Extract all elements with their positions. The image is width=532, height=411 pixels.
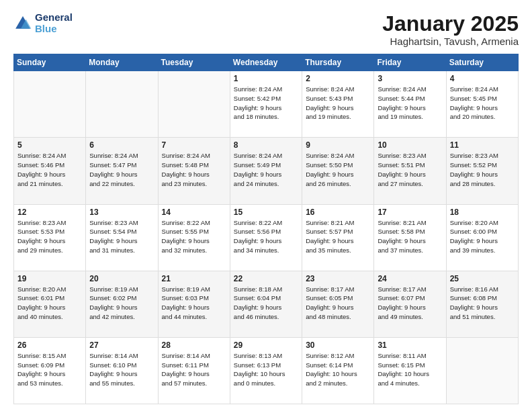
day-detail: Sunrise: 8:24 AM Sunset: 5:44 PM Dayligh… bbox=[378, 85, 442, 122]
day-detail: Sunrise: 8:24 AM Sunset: 5:48 PM Dayligh… bbox=[162, 151, 226, 188]
table-row: 15Sunrise: 8:22 AM Sunset: 5:56 PM Dayli… bbox=[230, 204, 302, 271]
day-detail: Sunrise: 8:24 AM Sunset: 5:50 PM Dayligh… bbox=[306, 151, 370, 188]
header-friday: Friday bbox=[374, 54, 446, 71]
day-number: 13 bbox=[89, 208, 154, 217]
day-number: 6 bbox=[89, 140, 154, 150]
day-number: 19 bbox=[17, 274, 82, 283]
day-detail: Sunrise: 8:22 AM Sunset: 5:55 PM Dayligh… bbox=[162, 218, 226, 255]
table-row: 8Sunrise: 8:24 AM Sunset: 5:49 PM Daylig… bbox=[230, 138, 302, 204]
table-row: 17Sunrise: 8:21 AM Sunset: 5:58 PM Dayli… bbox=[374, 204, 446, 271]
day-number: 2 bbox=[306, 74, 370, 83]
day-detail: Sunrise: 8:22 AM Sunset: 5:56 PM Dayligh… bbox=[234, 218, 298, 255]
table-row: 10Sunrise: 8:23 AM Sunset: 5:51 PM Dayli… bbox=[374, 138, 446, 204]
table-row: 23Sunrise: 8:17 AM Sunset: 6:05 PM Dayli… bbox=[302, 271, 374, 337]
table-row bbox=[14, 71, 86, 138]
day-detail: Sunrise: 8:24 AM Sunset: 5:47 PM Dayligh… bbox=[89, 151, 154, 188]
day-detail: Sunrise: 8:14 AM Sunset: 6:11 PM Dayligh… bbox=[162, 351, 226, 388]
day-detail: Sunrise: 8:24 AM Sunset: 5:43 PM Dayligh… bbox=[306, 85, 370, 122]
day-number: 29 bbox=[234, 340, 298, 350]
table-row: 25Sunrise: 8:16 AM Sunset: 6:08 PM Dayli… bbox=[446, 271, 518, 337]
day-detail: Sunrise: 8:20 AM Sunset: 6:01 PM Dayligh… bbox=[17, 285, 82, 322]
calendar-week-row: 5Sunrise: 8:24 AM Sunset: 5:46 PM Daylig… bbox=[14, 138, 519, 204]
day-number: 25 bbox=[450, 274, 515, 283]
table-row: 5Sunrise: 8:24 AM Sunset: 5:46 PM Daylig… bbox=[14, 138, 86, 204]
table-row: 6Sunrise: 8:24 AM Sunset: 5:47 PM Daylig… bbox=[86, 138, 158, 204]
day-detail: Sunrise: 8:18 AM Sunset: 6:04 PM Dayligh… bbox=[234, 285, 298, 322]
table-row: 11Sunrise: 8:23 AM Sunset: 5:52 PM Dayli… bbox=[446, 138, 518, 204]
header: General Blue January 2025 Haghartsin, Ta… bbox=[13, 12, 519, 47]
day-number: 22 bbox=[234, 274, 298, 283]
header-monday: Monday bbox=[86, 54, 158, 71]
day-detail: Sunrise: 8:24 AM Sunset: 5:49 PM Dayligh… bbox=[234, 151, 298, 188]
title-block: January 2025 Haghartsin, Tavush, Armenia bbox=[382, 12, 519, 47]
day-detail: Sunrise: 8:16 AM Sunset: 6:08 PM Dayligh… bbox=[450, 285, 515, 322]
day-number: 12 bbox=[17, 208, 82, 217]
table-row: 24Sunrise: 8:17 AM Sunset: 6:07 PM Dayli… bbox=[374, 271, 446, 337]
day-number: 9 bbox=[306, 140, 370, 150]
subtitle: Haghartsin, Tavush, Armenia bbox=[382, 36, 519, 47]
day-number: 17 bbox=[378, 208, 442, 217]
table-row: 7Sunrise: 8:24 AM Sunset: 5:48 PM Daylig… bbox=[158, 138, 230, 204]
day-detail: Sunrise: 8:23 AM Sunset: 5:54 PM Dayligh… bbox=[89, 218, 154, 255]
logo-text: General Blue bbox=[35, 12, 73, 34]
day-number: 27 bbox=[89, 340, 154, 350]
table-row bbox=[86, 71, 158, 138]
table-row: 28Sunrise: 8:14 AM Sunset: 6:11 PM Dayli… bbox=[158, 337, 230, 404]
header-sunday: Sunday bbox=[14, 54, 86, 71]
day-detail: Sunrise: 8:23 AM Sunset: 5:52 PM Dayligh… bbox=[450, 151, 515, 188]
day-number: 16 bbox=[306, 208, 370, 217]
logo-icon bbox=[13, 14, 32, 33]
day-detail: Sunrise: 8:15 AM Sunset: 6:09 PM Dayligh… bbox=[17, 351, 82, 388]
day-number: 21 bbox=[162, 274, 226, 283]
logo: General Blue bbox=[13, 12, 73, 34]
day-number: 24 bbox=[378, 274, 442, 283]
day-number: 5 bbox=[17, 140, 82, 150]
calendar-week-row: 19Sunrise: 8:20 AM Sunset: 6:01 PM Dayli… bbox=[14, 271, 519, 337]
day-number: 7 bbox=[162, 140, 226, 150]
day-number: 4 bbox=[450, 74, 515, 83]
day-detail: Sunrise: 8:13 AM Sunset: 6:13 PM Dayligh… bbox=[234, 351, 298, 388]
table-row bbox=[158, 71, 230, 138]
table-row: 13Sunrise: 8:23 AM Sunset: 5:54 PM Dayli… bbox=[86, 204, 158, 271]
day-detail: Sunrise: 8:24 AM Sunset: 5:46 PM Dayligh… bbox=[17, 151, 82, 188]
day-number: 20 bbox=[89, 274, 154, 283]
table-row: 14Sunrise: 8:22 AM Sunset: 5:55 PM Dayli… bbox=[158, 204, 230, 271]
table-row: 4Sunrise: 8:24 AM Sunset: 5:45 PM Daylig… bbox=[446, 71, 518, 138]
table-row bbox=[446, 337, 518, 404]
day-number: 1 bbox=[234, 74, 298, 83]
day-number: 14 bbox=[162, 208, 226, 217]
header-tuesday: Tuesday bbox=[158, 54, 230, 71]
table-row: 9Sunrise: 8:24 AM Sunset: 5:50 PM Daylig… bbox=[302, 138, 374, 204]
day-number: 15 bbox=[234, 208, 298, 217]
day-number: 31 bbox=[378, 340, 442, 350]
calendar-week-row: 1Sunrise: 8:24 AM Sunset: 5:42 PM Daylig… bbox=[14, 71, 519, 138]
calendar-table: Sunday Monday Tuesday Wednesday Thursday… bbox=[13, 54, 519, 404]
main-title: January 2025 bbox=[382, 12, 519, 36]
day-detail: Sunrise: 8:17 AM Sunset: 6:05 PM Dayligh… bbox=[306, 285, 370, 322]
table-row: 22Sunrise: 8:18 AM Sunset: 6:04 PM Dayli… bbox=[230, 271, 302, 337]
table-row: 31Sunrise: 8:11 AM Sunset: 6:15 PM Dayli… bbox=[374, 337, 446, 404]
day-detail: Sunrise: 8:14 AM Sunset: 6:10 PM Dayligh… bbox=[89, 351, 154, 388]
day-number: 28 bbox=[162, 340, 226, 350]
header-wednesday: Wednesday bbox=[230, 54, 302, 71]
day-detail: Sunrise: 8:24 AM Sunset: 5:42 PM Dayligh… bbox=[234, 85, 298, 122]
table-row: 21Sunrise: 8:19 AM Sunset: 6:03 PM Dayli… bbox=[158, 271, 230, 337]
day-detail: Sunrise: 8:19 AM Sunset: 6:02 PM Dayligh… bbox=[89, 285, 154, 322]
day-detail: Sunrise: 8:11 AM Sunset: 6:15 PM Dayligh… bbox=[378, 351, 442, 388]
header-thursday: Thursday bbox=[302, 54, 374, 71]
table-row: 2Sunrise: 8:24 AM Sunset: 5:43 PM Daylig… bbox=[302, 71, 374, 138]
logo-line1: General bbox=[35, 12, 73, 24]
day-detail: Sunrise: 8:21 AM Sunset: 5:57 PM Dayligh… bbox=[306, 218, 370, 255]
day-detail: Sunrise: 8:23 AM Sunset: 5:53 PM Dayligh… bbox=[17, 218, 82, 255]
logo-line2: Blue bbox=[35, 24, 73, 35]
day-number: 8 bbox=[234, 140, 298, 150]
day-detail: Sunrise: 8:20 AM Sunset: 6:00 PM Dayligh… bbox=[450, 218, 515, 255]
day-number: 30 bbox=[306, 340, 370, 350]
table-row: 16Sunrise: 8:21 AM Sunset: 5:57 PM Dayli… bbox=[302, 204, 374, 271]
day-detail: Sunrise: 8:17 AM Sunset: 6:07 PM Dayligh… bbox=[378, 285, 442, 322]
day-number: 18 bbox=[450, 208, 515, 217]
day-number: 10 bbox=[378, 140, 442, 150]
day-detail: Sunrise: 8:21 AM Sunset: 5:58 PM Dayligh… bbox=[378, 218, 442, 255]
calendar-week-row: 26Sunrise: 8:15 AM Sunset: 6:09 PM Dayli… bbox=[14, 337, 519, 404]
day-number: 3 bbox=[378, 74, 442, 83]
